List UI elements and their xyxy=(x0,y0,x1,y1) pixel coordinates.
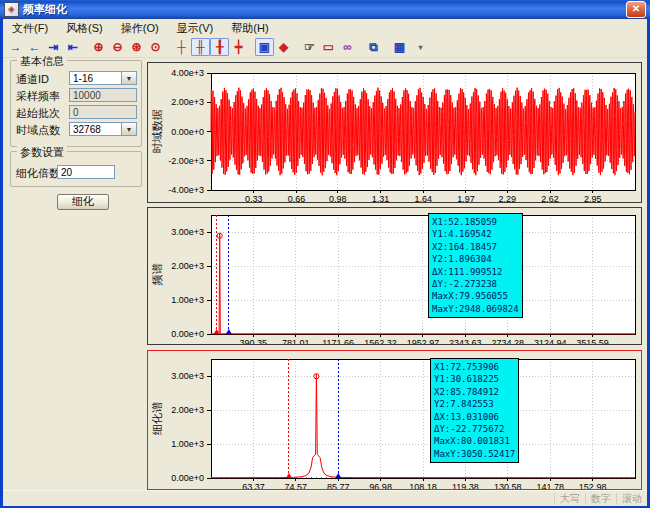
svg-text:0.00e+0: 0.00e+0 xyxy=(171,473,204,483)
sample-rate-value: 10000 xyxy=(70,90,136,101)
marker-diamond-icon[interactable]: ◆ xyxy=(274,38,293,56)
app-window: ◈ 频率细化 ✕ 文件(F)风格(S)操作(O)显示(V)帮助(H) →←⇥⇤⊕… xyxy=(0,0,650,508)
status-indicator: 滚动 xyxy=(616,493,647,505)
chart-panel-time-domain: 0.330.660.981.311.641.972.292.622.954.00… xyxy=(147,62,642,203)
zoom-factor-field[interactable]: 20 xyxy=(57,165,115,179)
cursor-peak-icon[interactable]: ╂ xyxy=(210,38,229,56)
menu-file[interactable]: 文件(F) xyxy=(3,19,57,38)
svg-text:152.98: 152.98 xyxy=(579,482,607,489)
svg-text:0.00e+0: 0.00e+0 xyxy=(171,329,204,339)
status-indicator: 大写 xyxy=(554,493,585,505)
menu-display[interactable]: 显示(V) xyxy=(168,19,223,38)
toolbar-separator xyxy=(165,38,172,56)
svg-text:2.00e+3: 2.00e+3 xyxy=(171,97,204,107)
svg-text:1.00e+3: 1.00e+3 xyxy=(171,439,204,449)
start-batch-label: 起始批次 xyxy=(16,106,60,120)
report-grid-icon[interactable]: ▦ xyxy=(390,38,409,56)
refine-button[interactable]: 细化 xyxy=(57,194,109,210)
zoom-in-icon[interactable]: ⊕ xyxy=(89,38,108,56)
info-line: X1:72.753906 xyxy=(434,361,515,373)
info-line: ΔX:111.999512 xyxy=(432,266,519,278)
menu-bar: 文件(F)风格(S)操作(O)显示(V)帮助(H) xyxy=(3,19,647,38)
svg-text:3.00e+3: 3.00e+3 xyxy=(171,227,204,237)
sample-rate-field: 10000 xyxy=(69,88,137,102)
param-settings-group: 参数设置 细化倍数20 xyxy=(10,151,142,187)
svg-text:2734.28: 2734.28 xyxy=(491,338,524,344)
cursor-double-icon[interactable]: ╫ xyxy=(191,38,210,56)
pan-hand-icon[interactable]: ☞ xyxy=(300,38,319,56)
zoom-factor-label: 细化倍数 xyxy=(16,166,60,180)
cursor-info-box: X1:72.753906Y1:30.618225X2:85.784912Y2:7… xyxy=(430,358,519,463)
zoom-reset-icon[interactable]: ⊙ xyxy=(146,38,165,56)
svg-text:2.00e+3: 2.00e+3 xyxy=(171,405,204,415)
svg-text:85.77: 85.77 xyxy=(327,482,350,489)
y-axis-label-text: 细化谱 xyxy=(150,402,165,435)
svg-text:1171.66: 1171.66 xyxy=(322,338,354,344)
channel-id-dropdown[interactable]: 1-16▼ xyxy=(69,71,137,85)
info-line: Y1:30.618225 xyxy=(434,373,515,385)
cursor-single-icon[interactable]: ┼ xyxy=(172,38,191,56)
svg-text:0.33: 0.33 xyxy=(245,194,263,202)
toolbar-separator xyxy=(248,38,255,56)
svg-text:3515.59: 3515.59 xyxy=(576,338,609,344)
cursor-diff-icon[interactable]: ┿ xyxy=(229,38,248,56)
info-line: X2:85.784912 xyxy=(434,386,515,398)
channel-id-value: 1-16 xyxy=(70,73,121,84)
info-line: MaxX:80.001831 xyxy=(434,435,515,447)
sample-rate-label: 采样频率 xyxy=(16,89,60,103)
svg-text:2.00e+3: 2.00e+3 xyxy=(171,261,204,271)
menu-help[interactable]: 帮助(H) xyxy=(222,19,277,38)
info-line: ΔY:-22.775672 xyxy=(434,423,515,435)
select-region-icon[interactable]: ▭ xyxy=(319,38,338,56)
menu-operate[interactable]: 操作(O) xyxy=(112,19,168,38)
svg-text:-4.00e+3: -4.00e+3 xyxy=(168,185,204,195)
app-icon: ◈ xyxy=(4,2,19,17)
copy-view-icon[interactable]: ⧉ xyxy=(364,38,383,56)
toolbar-separator xyxy=(82,38,89,56)
status-bar: 大写数字滚动 xyxy=(3,490,647,506)
svg-text:1.00e+3: 1.00e+3 xyxy=(171,295,204,305)
svg-text:390.35: 390.35 xyxy=(240,338,268,344)
svg-text:2.62: 2.62 xyxy=(541,194,559,202)
y-axis-label-time-domain: 时域数据 xyxy=(149,102,165,162)
menu-style[interactable]: 风格(S) xyxy=(57,19,112,38)
toolbar-overflow-icon[interactable]: ▾ xyxy=(411,38,430,56)
time-points-dropdown[interactable]: 32768▼ xyxy=(69,122,137,136)
title-bar[interactable]: ◈ 频率细化 ✕ xyxy=(0,0,650,19)
box-zoom-icon[interactable]: ▣ xyxy=(255,38,274,56)
svg-text:1.64: 1.64 xyxy=(414,194,432,202)
svg-text:1.97: 1.97 xyxy=(457,194,475,202)
chevron-down-icon[interactable]: ▼ xyxy=(121,72,136,84)
svg-text:781.01: 781.01 xyxy=(282,338,310,344)
svg-text:0.66: 0.66 xyxy=(288,194,306,202)
chevron-down-icon[interactable]: ▼ xyxy=(121,123,136,135)
start-batch-field: 0 xyxy=(69,105,137,119)
link-cursors-icon[interactable]: ∞ xyxy=(338,38,357,56)
y-axis-label-text: 频谱 xyxy=(150,264,165,286)
info-line: MaxY:3050.52417 xyxy=(434,448,515,460)
time-points-label: 时域点数 xyxy=(16,123,60,137)
toolbar-separator xyxy=(293,38,300,56)
chart-panel-spectrum: 390.35781.011171.661562.321952.972343.63… xyxy=(147,207,642,345)
chart-panel-zoom-spectrum: 63.3774.5785.7796.98108.18119.38130.5814… xyxy=(147,350,642,490)
info-line: MaxX:79.956055 xyxy=(432,290,519,302)
close-icon[interactable]: ✕ xyxy=(626,1,646,18)
basic-info-group: 基本信息 通道ID1-16▼采样频率10000起始批次0时域点数32768▼ xyxy=(10,60,142,147)
start-batch-value: 0 xyxy=(70,107,136,118)
info-line: ΔX:13.031006 xyxy=(434,411,515,423)
toolbar-separator xyxy=(383,38,390,56)
svg-text:130.58: 130.58 xyxy=(494,482,522,489)
zoom-x-icon[interactable]: ⊛ xyxy=(127,38,146,56)
svg-text:-2.00e+3: -2.00e+3 xyxy=(168,156,204,166)
y-axis-label-zoom-spectrum: 细化谱 xyxy=(149,389,165,449)
svg-text:1952.97: 1952.97 xyxy=(407,338,440,344)
channel-id-label: 通道ID xyxy=(16,72,49,86)
svg-text:1562.32: 1562.32 xyxy=(364,338,397,344)
info-line: X1:52.185059 xyxy=(432,216,519,228)
svg-text:108.18: 108.18 xyxy=(409,482,437,489)
info-line: Y2:7.842553 xyxy=(434,398,515,410)
chart-svg-zoom-spectrum: 63.3774.5785.7796.98108.18119.38130.5814… xyxy=(148,351,641,489)
svg-text:2343.63: 2343.63 xyxy=(449,338,482,344)
svg-text:2.29: 2.29 xyxy=(499,194,517,202)
zoom-out-icon[interactable]: ⊖ xyxy=(108,38,127,56)
